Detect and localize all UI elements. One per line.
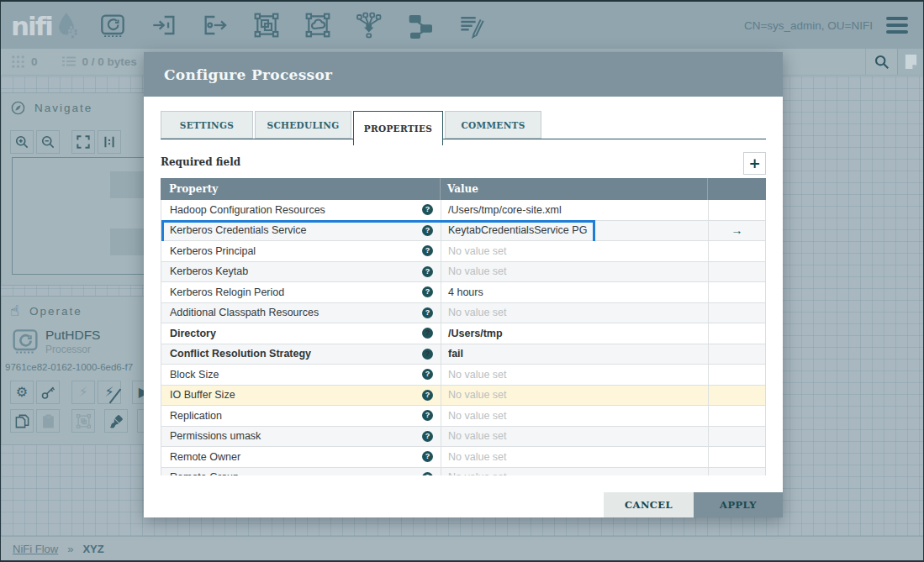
template-icon <box>407 12 434 39</box>
tab-scheduling[interactable]: SCHEDULING <box>255 111 351 139</box>
property-value[interactable]: /Users/tmp <box>448 328 503 339</box>
add-property-button[interactable]: + <box>743 152 766 175</box>
nifi-application: nifi <box>0 0 924 562</box>
current-user: CN=sys_admin, OU=NIFI <box>744 19 873 32</box>
list-icon <box>61 55 77 69</box>
property-name: Permissions umask <box>170 430 261 442</box>
property-row[interactable]: Kerberos Relogin Period?4 hours <box>161 282 765 303</box>
help-icon: ? <box>422 410 433 421</box>
property-value[interactable]: No value set <box>448 389 506 401</box>
global-menu-button[interactable] <box>886 17 908 34</box>
key-icon <box>40 385 56 401</box>
property-row[interactable]: Kerberos Principal?No value set <box>161 241 765 262</box>
property-value[interactable]: No value set <box>448 369 506 381</box>
property-value[interactable]: 4 hours <box>448 286 483 298</box>
zoom-in-button[interactable] <box>10 130 34 154</box>
zoom-fit-button[interactable] <box>71 130 95 154</box>
label-tool[interactable] <box>457 11 486 39</box>
property-name: Kerberos Principal <box>170 245 256 257</box>
help-icon: ? <box>422 307 433 318</box>
funnel-tool[interactable] <box>355 11 383 39</box>
go-to-service-button[interactable]: → <box>731 223 743 237</box>
breadcrumb: NiFi Flow » XYZ <box>1 536 923 560</box>
help-icon: ? <box>422 286 433 297</box>
paste-button[interactable] <box>36 409 60 433</box>
property-value[interactable]: No value set <box>448 471 506 475</box>
property-name: Kerberos Relogin Period <box>170 286 284 298</box>
processor-count-status: 0 <box>11 55 38 69</box>
disable-button[interactable]: ⚡ <box>98 381 121 404</box>
group-selection-icon <box>76 413 92 429</box>
property-value[interactable]: No value set <box>448 451 506 463</box>
property-row[interactable]: Hadoop Configuration Resources?/Users/tm… <box>161 200 765 221</box>
processor-icon <box>99 12 126 39</box>
output-port-tool[interactable] <box>201 11 230 39</box>
property-row[interactable]: Remote Group?No value set <box>161 468 765 476</box>
zoom-out-icon <box>40 134 56 150</box>
color-button[interactable] <box>104 409 128 433</box>
copy-button[interactable] <box>10 409 34 433</box>
help-icon: ? <box>422 349 433 360</box>
property-row[interactable]: Additional Classpath Resources?No value … <box>161 303 765 324</box>
template-tool[interactable] <box>406 11 435 39</box>
remote-process-group-tool[interactable] <box>304 11 332 39</box>
property-row[interactable]: Permissions umask?No value set <box>161 427 765 448</box>
column-header-property: Property <box>161 183 440 195</box>
property-value[interactable]: No value set <box>448 410 506 422</box>
table-header: Property Value <box>161 178 766 200</box>
tab-comments[interactable]: COMMENTS <box>445 111 541 139</box>
property-row[interactable]: Directory?/Users/tmp <box>161 323 765 344</box>
property-name: Remote Owner <box>170 451 240 463</box>
process-group-tool[interactable] <box>252 11 281 39</box>
zoom-out-button[interactable] <box>36 130 60 154</box>
property-row[interactable]: Kerberos Keytab?No value set <box>161 262 765 283</box>
apply-button[interactable]: APPLY <box>694 492 783 517</box>
gear-icon: ⚙ <box>16 386 28 399</box>
enable-button[interactable]: ⚡ <box>71 381 95 404</box>
note-icon <box>904 54 918 70</box>
nifi-drop-icon <box>55 12 80 39</box>
help-icon: ? <box>422 328 433 339</box>
bulletin-board-button[interactable] <box>897 49 923 75</box>
property-value[interactable]: KeytabCredentialsService PG <box>448 224 587 236</box>
nifi-logo-text: nifi <box>11 13 52 39</box>
search-icon <box>874 54 890 70</box>
group-button[interactable] <box>71 409 95 433</box>
property-value[interactable]: No value set <box>448 245 506 257</box>
access-policies-button[interactable] <box>36 381 60 404</box>
property-row[interactable]: Replication?No value set <box>161 406 765 427</box>
breadcrumb-root-link[interactable]: NiFi Flow <box>13 543 58 555</box>
property-value[interactable]: /Users/tmp/core-site.xml <box>448 204 562 216</box>
breadcrumb-current: XYZ <box>82 543 103 555</box>
help-icon: ? <box>422 451 433 462</box>
processor-count: 0 <box>31 55 38 68</box>
component-toolbar <box>98 11 486 39</box>
nifi-logo: nifi <box>1 12 80 39</box>
property-row[interactable]: IO Buffer Size?No value set <box>161 386 765 407</box>
tab-settings[interactable]: SETTINGS <box>161 111 253 139</box>
zoom-actual-button[interactable] <box>98 130 121 154</box>
tab-properties[interactable]: PROPERTIES <box>353 111 443 145</box>
property-row[interactable]: Conflict Resolution Strategy?fail <box>161 344 765 365</box>
help-icon: ? <box>422 390 433 401</box>
property-row[interactable]: Kerberos Credentials Service?KeytabCrede… <box>161 221 765 242</box>
column-header-value: Value <box>440 178 707 200</box>
property-value[interactable]: No value set <box>448 307 506 318</box>
dialog-body: SETTINGSSCHEDULINGPROPERTIESCOMMENTS Req… <box>144 97 783 517</box>
search-button[interactable] <box>865 49 897 75</box>
property-name: Kerberos Credentials Service <box>170 224 307 236</box>
cancel-button[interactable]: CANCEL <box>604 492 694 517</box>
input-port-icon <box>150 12 177 39</box>
processor-tool[interactable] <box>98 11 127 39</box>
plus-icon: + <box>748 155 760 171</box>
configure-button[interactable]: ⚙ <box>10 381 34 404</box>
property-row[interactable]: Block Size?No value set <box>161 365 765 386</box>
property-name: Remote Group <box>170 471 239 475</box>
input-port-tool[interactable] <box>150 11 178 39</box>
property-value[interactable]: No value set <box>448 430 506 442</box>
help-icon: ? <box>422 204 433 215</box>
help-icon: ? <box>422 225 433 236</box>
property-row[interactable]: Remote Owner?No value set <box>161 447 765 468</box>
property-value[interactable]: No value set <box>448 265 506 277</box>
property-value[interactable]: fail <box>448 348 463 360</box>
